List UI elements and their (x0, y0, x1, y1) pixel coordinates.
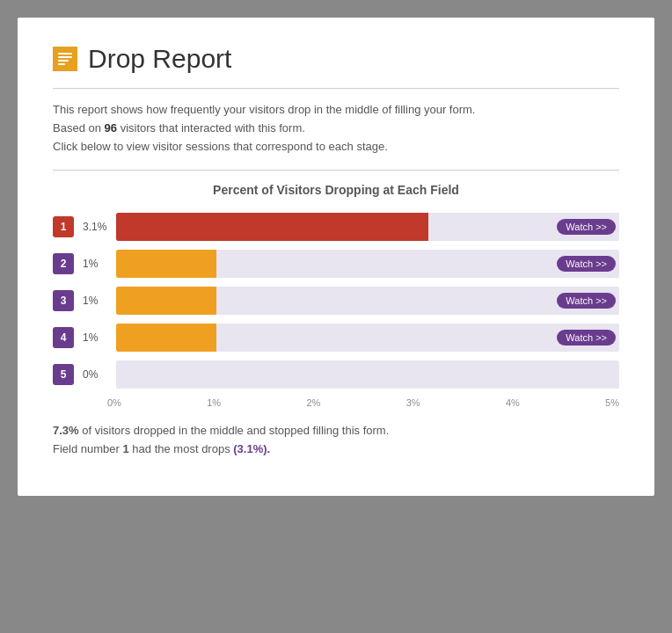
bar-fill-2 (116, 250, 216, 278)
field-badge-5: 5 (53, 364, 74, 385)
field-badge-2: 2 (53, 253, 74, 274)
report-icon (53, 47, 77, 71)
x-axis-label: 3% (406, 397, 420, 408)
visitor-count: 96 (105, 121, 117, 135)
field-badge-3: 3 (53, 290, 74, 311)
x-axis-label: 0% (107, 397, 121, 408)
svg-rect-3 (58, 63, 65, 65)
most-drops-field-num: 1 (123, 442, 129, 455)
bar-container-2: Watch >> (116, 250, 619, 278)
field-pct-1: 3.1% (83, 221, 107, 233)
report-header: Drop Report (53, 44, 619, 74)
drop-pct: 7.3% (53, 424, 79, 437)
watch-button-3[interactable]: Watch >> (557, 293, 616, 309)
field-pct-2: 1% (83, 258, 107, 270)
bar-row-5: 50% (53, 360, 619, 389)
bar-container-1: Watch >> (116, 213, 619, 241)
bar-row-3: 31%Watch >> (53, 287, 619, 315)
description-block: This report shows how frequently your vi… (53, 101, 619, 156)
watch-button-1[interactable]: Watch >> (557, 219, 616, 235)
field-pct-5: 0% (83, 368, 107, 381)
bar-rows: 13.1%Watch >>21%Watch >>31%Watch >>41%Wa… (53, 213, 619, 389)
summary-line1: 7.3% of visitors dropped in the middle a… (53, 424, 619, 437)
field-badge-1: 1 (53, 216, 74, 237)
desc-line3: Click below to view visitor sessions tha… (53, 138, 619, 156)
report-card: Drop Report This report shows how freque… (18, 18, 654, 496)
svg-rect-2 (58, 60, 69, 62)
watch-button-4[interactable]: Watch >> (557, 330, 616, 346)
desc-line2: Based on 96 visitors that interacted wit… (53, 120, 619, 138)
bar-row-1: 13.1%Watch >> (53, 213, 619, 241)
bar-row-2: 21%Watch >> (53, 250, 619, 278)
desc-based-on: Based on (53, 121, 105, 135)
field-pct-4: 1% (83, 331, 107, 344)
svg-rect-0 (58, 53, 72, 55)
summary-had-text: had the most drops (132, 442, 233, 455)
watch-button-2[interactable]: Watch >> (557, 256, 616, 272)
page-title: Drop Report (88, 44, 231, 74)
bar-container-4: Watch >> (116, 324, 619, 352)
bar-fill-3 (116, 287, 216, 315)
x-axis-label: 4% (506, 397, 520, 408)
summary-field-pre: Field number (53, 442, 120, 455)
field-badge-4: 4 (53, 327, 74, 348)
summary-line1-text: of visitors dropped in the middle and st… (82, 424, 389, 437)
x-axis-label: 2% (306, 397, 320, 408)
x-axis-label: 1% (207, 397, 221, 408)
chart-section: Percent of Visitors Dropping at Each Fie… (53, 183, 619, 408)
desc-line2b: visitors that interacted with this form. (117, 121, 305, 135)
header-divider (53, 88, 619, 89)
svg-rect-1 (58, 56, 72, 58)
summary-section: 7.3% of visitors dropped in the middle a… (53, 424, 619, 455)
bar-row-4: 41%Watch >> (53, 324, 619, 352)
desc-divider (53, 170, 619, 171)
x-axis: 0%1%2%3%4%5% (107, 397, 619, 408)
bar-container-3: Watch >> (116, 287, 619, 315)
most-drops-pct: (3.1%). (233, 442, 270, 455)
bar-fill-4 (116, 324, 216, 352)
bar-container-5 (116, 360, 619, 389)
chart-title: Percent of Visitors Dropping at Each Fie… (53, 183, 619, 197)
summary-line2: Field number 1 had the most drops (3.1%)… (53, 442, 619, 455)
field-pct-3: 1% (83, 295, 107, 307)
x-axis-label: 5% (605, 397, 619, 408)
bar-fill-1 (116, 213, 428, 241)
desc-line1: This report shows how frequently your vi… (53, 101, 619, 120)
